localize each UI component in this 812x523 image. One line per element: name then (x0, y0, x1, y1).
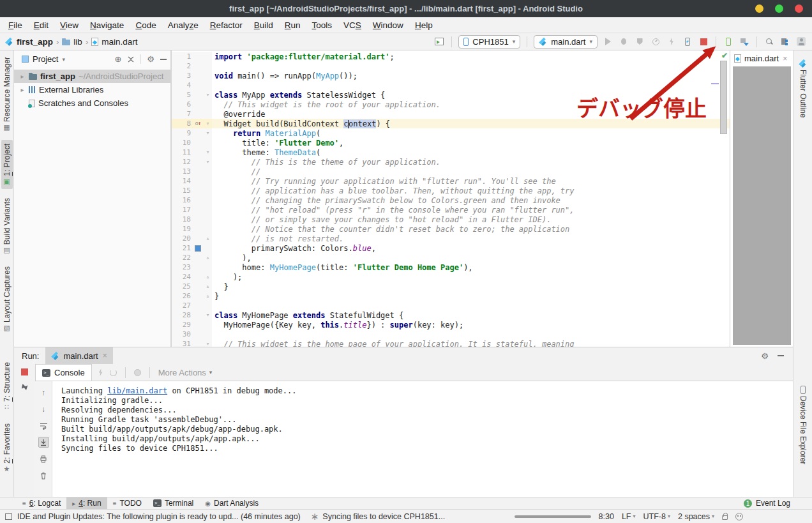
breadcrumb-project[interactable]: first_app (5, 37, 53, 47)
tool-button-dart-analysis[interactable]: ◉Dart Analysis (199, 497, 264, 510)
soft-wrap-button[interactable] (38, 420, 49, 431)
code-line-16[interactable]: 16 // changing the primarySwatch below t… (172, 195, 730, 205)
code-line-29[interactable]: 29 MyHomePage({Key key, this.title}) : s… (172, 320, 730, 330)
update-message[interactable]: IDE and Plugin Updates: The following pl… (17, 512, 301, 521)
menu-item-tools[interactable]: Tools (306, 19, 338, 31)
sdk-manager-button[interactable] (739, 36, 750, 47)
tool-button-flutter-outline[interactable]: Flutter Outline (797, 56, 809, 121)
tool-button-1-project[interactable]: 1: Project▣ (1, 140, 13, 189)
locate-file-button[interactable]: ⊕ (114, 55, 121, 63)
code-editor[interactable]: ✔ 1import 'package:flutter/material.dart… (172, 50, 730, 347)
settings-button[interactable]: ⚙ (147, 55, 154, 63)
fold-marker[interactable]: ▵ (204, 282, 212, 291)
hot-restart-icon[interactable] (110, 369, 117, 376)
tool-button-2-favorites[interactable]: 2: Favorites★ (1, 420, 13, 476)
close-icon[interactable]: × (783, 54, 787, 63)
code-line-26[interactable]: 26▵} (172, 291, 730, 301)
stop-button[interactable] (698, 36, 709, 47)
code-line-4[interactable]: 4 (172, 80, 730, 90)
code-line-31[interactable]: 31▿ // This widget is the home page of y… (172, 339, 730, 347)
editor-scrollbar[interactable] (720, 61, 727, 134)
color-preview-swatch[interactable] (195, 245, 201, 252)
run-config-selector[interactable]: main.dart ▾ (534, 35, 598, 49)
attach-debugger-button[interactable] (666, 36, 677, 47)
menu-item-file[interactable]: File (3, 19, 28, 31)
tool-windows-icon[interactable] (433, 36, 445, 47)
console-tab[interactable]: >_ Console (35, 364, 92, 381)
console-file-link[interactable]: lib/main.dart (107, 386, 167, 395)
notification-icon[interactable] (5, 513, 12, 520)
menu-item-vcs[interactable]: VCS (338, 19, 367, 31)
run-tab-main-dart[interactable]: main.dart × (45, 347, 112, 364)
tool-button-layout-captures[interactable]: Layout Captures▧ (1, 262, 13, 335)
debug-button[interactable] (618, 36, 629, 47)
caret-position[interactable]: 8:30 (599, 512, 614, 521)
fold-marker[interactable]: ▿ (204, 128, 212, 138)
sync-message[interactable]: Syncing files to device CPH1851... (322, 512, 445, 521)
print-button[interactable] (38, 453, 49, 464)
clear-console-button[interactable] (38, 470, 49, 481)
code-line-10[interactable]: 10 title: 'Flutter Demo', (172, 138, 730, 148)
fold-marker[interactable]: ▿ (204, 90, 212, 100)
menu-item-navigate[interactable]: Navigate (84, 19, 130, 31)
code-line-27[interactable]: 27 (172, 301, 730, 310)
stop-disabled-icon[interactable] (134, 369, 141, 376)
fold-marker[interactable]: ▿ (204, 119, 212, 128)
stop-process-button[interactable] (21, 368, 28, 375)
fold-marker[interactable]: ▵ (204, 291, 212, 301)
search-everywhere-button[interactable] (763, 36, 775, 47)
scroll-down-button[interactable]: ↓ (38, 404, 49, 414)
avd-manager-button[interactable] (723, 36, 734, 47)
project-structure-button[interactable] (779, 36, 791, 47)
settings-button[interactable]: ⚙ (761, 352, 769, 360)
fold-marker[interactable]: ▿ (204, 339, 212, 347)
hot-reload-icon[interactable] (98, 368, 103, 376)
tree-item-first-app[interactable]: ▸first_app ~/AndroidStudioProject (14, 70, 170, 83)
code-line-11[interactable]: 11▿ theme: ThemeData( (172, 148, 730, 157)
lock-icon[interactable] (722, 515, 728, 520)
tree-item-scratches-and-consoles[interactable]: Scratches and Consoles (14, 96, 170, 110)
code-line-13[interactable]: 13 // (172, 167, 730, 176)
hide-panel-button[interactable] (778, 355, 784, 356)
code-line-24[interactable]: 24▵ ); (172, 272, 730, 282)
project-panel-title[interactable]: Project (33, 54, 58, 64)
console-output[interactable]: Launching lib/main.dart on CPH1851 in de… (52, 381, 793, 497)
close-icon[interactable]: × (103, 351, 107, 360)
coverage-button[interactable] (634, 36, 645, 47)
editor-tab-main-dart[interactable]: main.dart × (730, 50, 793, 66)
code-line-15[interactable]: 15 // application has a blue toolbar. Th… (172, 186, 730, 195)
profiler-button[interactable] (650, 36, 661, 47)
tool-button-build-variants[interactable]: Build Variants▤ (1, 194, 13, 257)
menu-item-help[interactable]: Help (409, 19, 439, 31)
device-selector[interactable]: CPH1851 ▾ (458, 35, 520, 49)
tool-button-6-logcat[interactable]: ≡6: Logcat (17, 497, 66, 510)
code-line-17[interactable]: 17 // "hot reload" (press "r" in the con… (172, 205, 730, 215)
code-line-22[interactable]: 22▵ ), (172, 253, 730, 262)
code-line-23[interactable]: 23 home: MyHomePage(title: 'Flutter Demo… (172, 262, 730, 272)
collapse-all-button[interactable] (127, 56, 135, 63)
fold-marker[interactable]: ▿ (204, 310, 212, 320)
tool-button-4-run[interactable]: ▸4: Run (66, 497, 107, 510)
scroll-up-button[interactable]: ↑ (38, 387, 49, 398)
breadcrumb-file[interactable]: main.dart (91, 37, 137, 47)
fold-marker[interactable]: ▵ (204, 253, 212, 262)
tool-button-resource-manager[interactable]: Resource Manager▦ (1, 53, 13, 135)
expand-chevron-icon[interactable]: ▸ (19, 73, 26, 80)
fold-marker[interactable]: ▵ (204, 234, 212, 243)
code-line-19[interactable]: 19 // Notice that the counter didn't res… (172, 224, 730, 234)
minimize-window-button[interactable] (755, 4, 763, 13)
close-window-button[interactable] (795, 4, 803, 13)
fold-marker[interactable]: ▿ (204, 157, 212, 167)
hide-panel-button[interactable] (160, 59, 167, 60)
code-line-28[interactable]: 28▿class MyHomePage extends StatefulWidg… (172, 310, 730, 320)
run-button[interactable] (602, 36, 613, 47)
fold-marker[interactable]: ▿ (204, 148, 212, 157)
more-actions-dropdown[interactable]: More Actions ▾ (158, 368, 213, 377)
code-line-20[interactable]: 20▵ // is not restarted. (172, 234, 730, 243)
indent-selector[interactable]: 2 spaces▾ (678, 512, 714, 521)
event-log-button[interactable]: 1 Event Log (744, 499, 790, 508)
code-line-7[interactable]: 7 @override (172, 109, 730, 119)
code-line-18[interactable]: 18 // or simply save your changes to "ho… (172, 215, 730, 224)
breadcrumb-lib[interactable]: lib (62, 37, 82, 47)
profile-button[interactable] (795, 36, 807, 47)
